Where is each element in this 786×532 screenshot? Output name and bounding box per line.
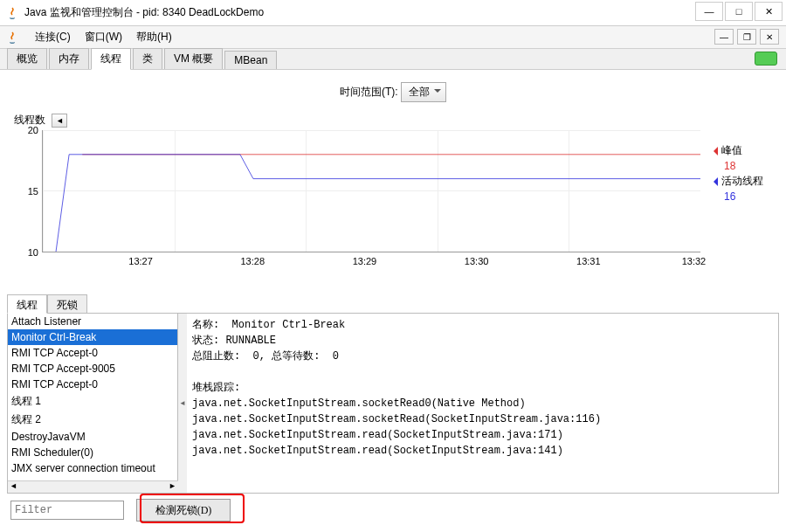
y-tick: 10 bbox=[28, 247, 38, 258]
tab-mbean[interactable]: MBean bbox=[224, 51, 277, 69]
window-titlebar: Java 监视和管理控制台 - pid: 8340 DeadLockDemo —… bbox=[0, 0, 786, 26]
thread-list-item[interactable]: JMX server connection timeout bbox=[8, 460, 177, 476]
tab-threads[interactable]: 线程 bbox=[91, 48, 131, 70]
thread-list-item[interactable]: RMI TCP Accept-9005 bbox=[8, 361, 177, 377]
close-button[interactable]: ✕ bbox=[755, 2, 783, 21]
menu-connect[interactable]: 连接(C) bbox=[28, 27, 78, 47]
tab-memory[interactable]: 内存 bbox=[49, 48, 89, 69]
thread-list[interactable]: Attach ListenerMonitor Ctrl-BreakRMI TCP… bbox=[8, 314, 178, 480]
legend-label: 活动线程 bbox=[721, 174, 763, 189]
chart-scroll-left-icon[interactable]: ◄ bbox=[52, 114, 67, 128]
sub-tab-threads[interactable]: 线程 bbox=[7, 294, 47, 314]
tab-overview[interactable]: 概览 bbox=[7, 48, 47, 69]
x-axis: 13:27 13:28 13:29 13:30 13:31 13:32 bbox=[42, 256, 700, 270]
horizontal-scrollbar[interactable] bbox=[8, 480, 178, 493]
menu-window[interactable]: 窗口(W) bbox=[78, 27, 129, 47]
minimize-button[interactable]: — bbox=[695, 2, 723, 21]
inner-minimize-button[interactable]: — bbox=[714, 29, 734, 45]
sub-tab-bar: 线程 死锁 bbox=[7, 294, 779, 314]
thread-list-item[interactable]: Attach Listener bbox=[8, 314, 177, 329]
x-tick: 13:27 bbox=[128, 256, 153, 266]
split-handle[interactable] bbox=[178, 314, 187, 493]
x-tick: 13:31 bbox=[576, 256, 601, 266]
thread-list-item[interactable]: DestroyJavaVM bbox=[8, 429, 177, 445]
x-tick: 13:28 bbox=[241, 256, 265, 266]
inner-close-button[interactable]: ✕ bbox=[760, 29, 779, 45]
main-content: 时间范围(T): 全部 线程数 ◄ 20 15 10 13:27 13:28 1… bbox=[0, 70, 786, 532]
legend-value: 18 bbox=[724, 160, 735, 172]
legend-marker-icon bbox=[709, 147, 718, 155]
chart-title: 线程数 bbox=[14, 114, 45, 126]
thread-list-item[interactable]: Monitor Ctrl-Break bbox=[8, 329, 177, 345]
menu-help[interactable]: 帮助(H) bbox=[129, 27, 179, 47]
time-range-select[interactable]: 全部 bbox=[401, 82, 446, 102]
x-tick: 13:32 bbox=[682, 256, 707, 266]
thread-list-item[interactable]: 线程 2 bbox=[8, 411, 177, 429]
chart-section: 线程数 ◄ 20 15 10 13:27 13:28 13:29 13:30 1… bbox=[7, 113, 779, 270]
y-tick: 15 bbox=[28, 186, 38, 197]
java-icon bbox=[5, 31, 19, 45]
thread-detail-pane: 名称: Monitor Ctrl-Break 状态: RUNNABLE 总阻止数… bbox=[187, 314, 778, 493]
threads-panel: 线程 死锁 Attach ListenerMonitor Ctrl-BreakR… bbox=[7, 294, 779, 527]
detect-deadlock-button[interactable]: 检测死锁(D) bbox=[136, 499, 231, 522]
window-title-text: Java 监视和管理控制台 - pid: 8340 DeadLockDemo bbox=[24, 5, 264, 20]
filter-input[interactable] bbox=[10, 501, 124, 520]
chart-plot-area bbox=[42, 130, 700, 252]
thread-list-item[interactable]: RMI TCP Accept-0 bbox=[8, 345, 177, 361]
tab-vm-summary[interactable]: VM 概要 bbox=[164, 48, 223, 69]
tab-classes[interactable]: 类 bbox=[133, 48, 162, 69]
x-tick: 13:30 bbox=[465, 256, 489, 266]
thread-list-item[interactable]: RMI Scheduler(0) bbox=[8, 445, 177, 460]
maximize-button[interactable]: □ bbox=[725, 2, 753, 21]
time-range-label: 时间范围(T): bbox=[340, 86, 398, 98]
sub-tab-deadlock[interactable]: 死锁 bbox=[47, 294, 87, 313]
x-tick: 13:29 bbox=[353, 256, 377, 266]
legend-value: 16 bbox=[724, 190, 735, 203]
legend-marker-icon bbox=[709, 177, 718, 186]
java-icon bbox=[5, 6, 19, 20]
connection-status-icon bbox=[755, 52, 777, 66]
thread-list-item[interactable]: 线程 1 bbox=[8, 392, 177, 411]
inner-maximize-button[interactable]: ❐ bbox=[737, 29, 756, 45]
legend-label: 峰值 bbox=[721, 143, 742, 158]
chart-legend: 峰值 18 活动线程 16 bbox=[709, 143, 779, 204]
filter-row: 检测死锁(D) bbox=[7, 494, 779, 527]
main-tab-bar: 概览 内存 线程 类 VM 概要 MBean bbox=[0, 49, 786, 70]
thread-list-item[interactable]: RMI TCP Accept-0 bbox=[8, 377, 177, 392]
y-axis: 20 15 10 bbox=[24, 130, 40, 252]
menu-bar: 连接(C) 窗口(W) 帮助(H) — ❐ ✕ bbox=[0, 26, 786, 49]
y-tick: 20 bbox=[28, 125, 38, 135]
time-range-row: 时间范围(T): 全部 bbox=[7, 75, 779, 113]
